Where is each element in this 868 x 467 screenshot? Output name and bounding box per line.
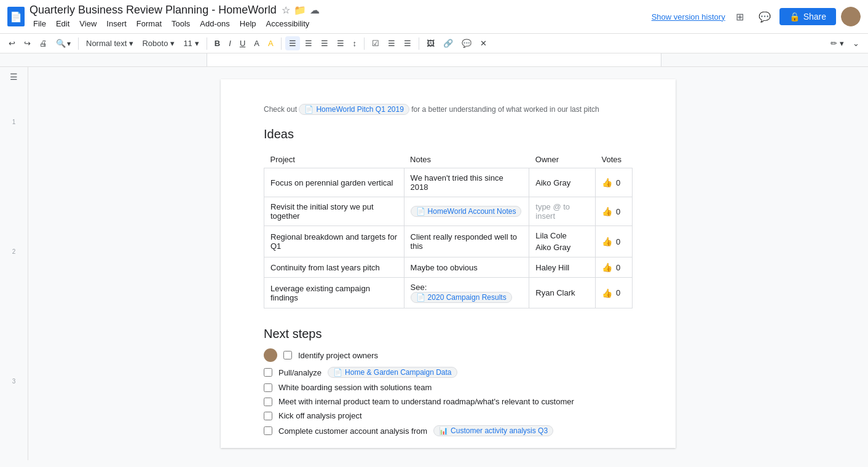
menu-insert[interactable]: Insert: [103, 18, 130, 29]
menu-addons[interactable]: Add-ons: [196, 18, 233, 29]
top-bar: 📄 Quarterly Business Review Planning - H…: [0, 0, 868, 34]
row2-project[interactable]: Revisit the initial story we put togethe…: [264, 197, 404, 226]
notes-chip-text-2: HomeWorld Account Notes: [428, 207, 516, 216]
row4-project[interactable]: Continuity from last years pitch: [264, 257, 404, 278]
page-num-1: 1: [12, 119, 16, 125]
notes-chip-5[interactable]: 📄 2020 Campaign Results: [411, 292, 512, 303]
text-color-button[interactable]: A: [250, 36, 263, 50]
bold-button[interactable]: B: [211, 36, 224, 50]
checklist-text-1: Identify project owners: [298, 351, 378, 360]
row4-notes: Maybe too obvious: [404, 257, 529, 278]
vote-thumb-2[interactable]: 👍: [602, 206, 612, 216]
checklist: Identify project owners Pull/analyze 📄 H…: [264, 348, 633, 436]
style-select[interactable]: Normal text ▾: [82, 36, 137, 50]
notes-chip-text-5: 2020 Campaign Results: [428, 293, 507, 302]
vote-thumb-5[interactable]: 👍: [602, 288, 612, 298]
undo-button[interactable]: ↩: [5, 36, 19, 50]
checklist-text-4: Meet with internal product team to under…: [278, 397, 574, 406]
layout-button[interactable]: ⊞: [730, 7, 750, 26]
align-right-button[interactable]: ☰: [317, 36, 332, 50]
align-center-button[interactable]: ☰: [301, 36, 316, 50]
list-item: Complete customer account analysis from …: [264, 425, 633, 436]
main-layout: ☰ 1 2 3 4 Check out 📄 HomeWorld Pitch Q1…: [0, 67, 868, 460]
clear-formatting-button[interactable]: ✕: [476, 36, 491, 50]
menu-edit[interactable]: Edit: [52, 18, 73, 29]
insert-image-button[interactable]: 🖼: [423, 36, 438, 50]
page-numbers: 1 2 3 4: [12, 119, 16, 460]
app-icon: 📄: [7, 7, 25, 26]
align-left-button[interactable]: ☰: [285, 36, 300, 50]
vote-count-2: 0: [616, 207, 620, 216]
list-item: Kick off analysis project: [264, 411, 633, 420]
numbered-list-button[interactable]: ☰: [400, 36, 415, 50]
menu-tools[interactable]: Tools: [168, 18, 194, 29]
star-icon[interactable]: ☆: [282, 4, 290, 16]
menu-help[interactable]: Help: [236, 18, 260, 29]
font-select[interactable]: Roboto ▾: [138, 36, 178, 50]
user-avatar[interactable]: [841, 7, 861, 26]
italic-button[interactable]: I: [225, 36, 235, 50]
row2-owner[interactable]: type @ to insert: [529, 197, 596, 226]
separator-5: [419, 37, 419, 50]
insert-comment-button[interactable]: 💬: [458, 36, 475, 50]
checklist-link-chip-6[interactable]: 📊 Customer activity analysis Q3: [433, 425, 553, 436]
checklist-checkbox-6[interactable]: [264, 426, 272, 435]
expand-button[interactable]: ⌄: [849, 36, 863, 50]
row3-project[interactable]: Regional breakdown and targets for Q1: [264, 226, 404, 257]
font-label: Roboto: [142, 39, 168, 48]
separator-3: [281, 37, 282, 50]
menu-view[interactable]: View: [76, 18, 100, 29]
col-notes: Notes: [404, 151, 529, 168]
checklist-checkbox-3[interactable]: [264, 383, 272, 392]
zoom-button[interactable]: 🔍 ▾: [52, 36, 74, 50]
highlight-button[interactable]: A: [264, 36, 277, 50]
folder-icon[interactable]: 📁: [294, 4, 306, 16]
line-spacing-button[interactable]: ↕: [349, 36, 361, 50]
row5-project[interactable]: Leverage existing campaign findings: [264, 278, 404, 308]
underline-button[interactable]: U: [236, 36, 249, 50]
checklist-checkbox-5[interactable]: [264, 412, 272, 420]
checklist-checkbox-4[interactable]: [264, 398, 272, 406]
checklist-link-chip-2[interactable]: 📄 Home & Garden Campaign Data: [328, 367, 457, 378]
redo-button[interactable]: ↪: [20, 36, 34, 50]
row5-votes: 👍 0: [596, 278, 633, 308]
row4-votes: 👍 0: [596, 257, 633, 278]
checklist-chip-text-6: Customer activity analysis Q3: [451, 426, 548, 435]
vote-count-3: 0: [616, 237, 620, 246]
menu-file[interactable]: File: [30, 18, 50, 29]
checklist-checkbox-2[interactable]: [264, 368, 272, 377]
notes-chip-2[interactable]: 📄 HomeWorld Account Notes: [411, 206, 522, 217]
menu-format[interactable]: Format: [133, 18, 165, 29]
comments-button[interactable]: 💬: [755, 7, 775, 26]
print-button[interactable]: 🖨: [36, 36, 51, 50]
notes-prefix-5: See:: [411, 283, 427, 292]
share-button[interactable]: 🔒 Share: [779, 8, 836, 25]
menu-accessibility[interactable]: Accessibility: [262, 18, 314, 29]
owner-primary-3: Lila Cole: [535, 231, 567, 240]
checklist-button[interactable]: ☑: [368, 36, 383, 50]
pencil-mode-button[interactable]: ✏ ▾: [827, 36, 848, 50]
row1-project[interactable]: Focus on perennial garden vertical: [264, 168, 404, 197]
vote-thumb-3[interactable]: 👍: [602, 237, 612, 246]
vote-thumb-1[interactable]: 👍: [602, 178, 612, 187]
version-history-link[interactable]: Show version history: [652, 12, 725, 22]
row5-owner: Ryan Clark: [529, 278, 596, 308]
col-project: Project: [264, 151, 404, 168]
pitch-link-chip[interactable]: 📄 HomeWorld Pitch Q1 2019: [299, 104, 409, 115]
table-row: Revisit the initial story we put togethe…: [264, 197, 633, 226]
size-select[interactable]: 11 ▾: [180, 36, 202, 50]
outline-icon[interactable]: ☰: [7, 72, 22, 82]
align-justify-button[interactable]: ☰: [333, 36, 348, 50]
row1-notes: We haven't tried this since 2018: [404, 168, 529, 197]
title-area: Quarterly Business Review Planning - Hom…: [30, 4, 647, 29]
cloud-icon[interactable]: ☁: [310, 4, 320, 16]
style-chevron: ▾: [129, 39, 133, 48]
intro-text: Check out: [264, 105, 297, 114]
pitch-link-icon: 📄: [304, 105, 314, 114]
list-item: Pull/analyze 📄 Home & Garden Campaign Da…: [264, 367, 633, 378]
insert-link-button[interactable]: 🔗: [440, 36, 457, 50]
checklist-checkbox-1[interactable]: [283, 351, 292, 359]
bullet-list-button[interactable]: ☰: [384, 36, 399, 50]
vote-thumb-4[interactable]: 👍: [602, 262, 612, 272]
size-chevron: ▾: [195, 39, 199, 48]
